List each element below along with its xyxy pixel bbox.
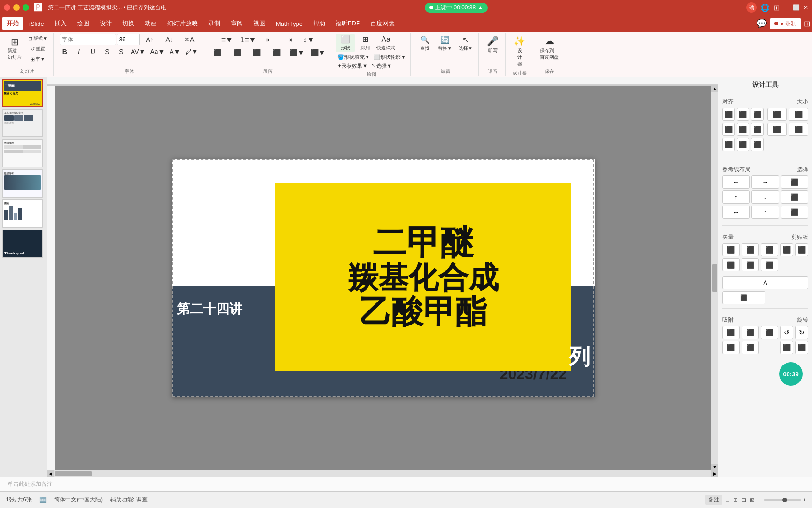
outline-view-icon[interactable]: ⊞ — [733, 497, 738, 503]
scrollbar-right[interactable]: ▲ ▼ — [711, 86, 718, 470]
menu-design[interactable]: 设计 — [95, 17, 117, 30]
timer-circle[interactable]: 00:39 — [779, 362, 803, 386]
maximize-button[interactable] — [23, 4, 29, 11]
slide[interactable]: 二甲醚 羰基化合成 乙酸甲酯 第二十四讲 列 2023/7/22 — [172, 159, 595, 397]
scroll-up-button[interactable]: ▲ — [711, 86, 718, 92]
align-right-button[interactable]: ⬛ — [247, 48, 266, 58]
rotate-btn2[interactable]: ↻ — [795, 326, 808, 339]
ref-expand-all[interactable]: ⬛ — [781, 206, 808, 219]
slide-thumb-1[interactable]: 二甲醚 羰基化合成 2023/7/22 — [2, 79, 43, 107]
menu-animation[interactable]: 动画 — [140, 17, 162, 30]
slide-panel[interactable]: 二甲醚 羰基化合成 2023/7/22 工艺流程模拟实例 流程示意图 详细流程 — [0, 77, 47, 477]
indent-inc-button[interactable]: ⇥ — [280, 34, 298, 46]
vector-btn6[interactable]: ⬛ — [761, 258, 778, 271]
align-tl[interactable]: ⬛ — [722, 108, 735, 121]
zoom-in-button[interactable]: + — [803, 497, 806, 503]
rotate-btn3[interactable]: ⬛ — [780, 341, 793, 354]
align-bc[interactable]: ⬛ — [737, 138, 750, 151]
menu-islide[interactable]: iSlide — [24, 18, 49, 29]
minimize-win-icon[interactable]: — — [783, 4, 789, 11]
menu-home[interactable]: 开始 — [2, 17, 23, 30]
indent-dec-button[interactable]: ⇤ — [260, 34, 279, 46]
zoom-out-button[interactable]: − — [758, 497, 762, 503]
shadow-button[interactable]: S — [115, 47, 128, 56]
maximize-win-icon[interactable]: ⬜ — [793, 4, 800, 11]
font-color-button[interactable]: A▼ — [167, 47, 182, 56]
find-button[interactable]: 🔍 查找 — [415, 34, 434, 53]
scroll-thumb-horizontal[interactable] — [55, 471, 92, 476]
align-center-button[interactable]: ⬛ — [227, 48, 246, 58]
new-slide-button[interactable]: ⊞ 新建幻灯片 — [5, 36, 24, 62]
list-bullet-button[interactable]: ≡▼ — [218, 34, 236, 46]
menu-view[interactable]: 视图 — [249, 17, 270, 30]
select-all-button[interactable]: ↖ 选择▼ — [456, 34, 476, 53]
effects-button[interactable]: ✦形状效果▼ — [336, 62, 369, 70]
menu-record[interactable]: 录制 — [203, 17, 225, 30]
font-size-input[interactable] — [117, 34, 140, 45]
dictate-button[interactable]: 🎤 听写 — [484, 34, 502, 56]
arrange-button[interactable]: ⊞ 排列 — [356, 34, 375, 52]
minimize-button[interactable] — [13, 4, 20, 11]
strikethrough-button[interactable]: S — [101, 47, 114, 56]
case-button[interactable]: Aa▼ — [148, 47, 166, 56]
ref-select1[interactable]: ⬛ — [781, 175, 808, 189]
clipboard-btn1[interactable]: ⬛ — [780, 243, 793, 256]
quick-style-button[interactable]: Aa 快速样式 — [375, 34, 396, 52]
shape-button[interactable]: ⬜ 形状 — [336, 34, 355, 52]
highlight-button[interactable]: 🖊▼ — [183, 47, 200, 56]
size-btn4[interactable]: ⬛ — [789, 123, 808, 136]
slide-yellow-box[interactable]: 二甲醚 羰基化合成 乙酸甲酯 — [275, 183, 571, 371]
recording-button[interactable]: ● 录制 — [770, 18, 801, 29]
align-tc[interactable]: ⬛ — [737, 108, 750, 121]
attach-btn1[interactable]: ⬛ — [722, 326, 740, 339]
spacing-button[interactable]: AV▼ — [129, 47, 148, 56]
section-button[interactable]: ⊞ 节▼ — [25, 55, 50, 64]
scroll-down-button[interactable]: ▼ — [711, 464, 718, 470]
ref-right[interactable]: → — [751, 175, 779, 189]
clear-format-button[interactable]: ✕A — [180, 35, 199, 44]
text-direction-button[interactable]: ⬛▼ — [287, 48, 307, 58]
ref-up[interactable]: ↑ — [722, 190, 750, 204]
menu-draw[interactable]: 绘图 — [72, 17, 94, 30]
rotate-btn1[interactable]: ↺ — [780, 326, 793, 339]
reset-button[interactable]: ↺ 重置 — [25, 44, 50, 54]
copy-button[interactable]: ⬛ — [722, 291, 765, 304]
slide-thumb-3[interactable]: 详细流程 — [2, 139, 43, 167]
vector-btn3[interactable]: ⬛ — [761, 243, 778, 256]
align-justify-button[interactable]: ⬛ — [267, 48, 286, 58]
slide-thumb-5[interactable]: 图表 — [2, 199, 43, 228]
font-grow-button[interactable]: A↑ — [141, 35, 159, 44]
fill-button[interactable]: 🪣形状填充▼ — [336, 53, 371, 61]
line-spacing-button[interactable]: ↕▼ — [299, 34, 318, 46]
slide-canvas[interactable]: 二甲醚 羰基化合成 乙酸甲酯 第二十四讲 列 2023/7/22 — [55, 86, 711, 470]
align-left-button[interactable]: ⬛ — [208, 48, 226, 58]
close-win-icon[interactable]: ✕ — [804, 4, 808, 11]
align-bl[interactable]: ⬛ — [722, 138, 735, 151]
menu-slideshow[interactable]: 幻灯片放映 — [163, 17, 203, 30]
slide-thumb-2[interactable]: 工艺流程模拟实例 流程示意图 — [2, 109, 43, 137]
menu-foxit[interactable]: 福昕PDF — [331, 17, 365, 30]
notes-toggle[interactable]: 备注 — [705, 495, 722, 505]
menu-mathtype[interactable]: MathType — [271, 18, 307, 29]
vector-btn1[interactable]: ⬛ — [722, 243, 740, 256]
designer-button[interactable]: ✨ 设计器 — [510, 34, 529, 69]
scroll-right-button[interactable]: ▶ — [711, 470, 718, 477]
outline-button[interactable]: ⬜形状轮廓▼ — [372, 53, 407, 61]
scrollbar-bottom[interactable]: ◀ ▶ — [47, 470, 718, 477]
world-icon[interactable]: 🌐 — [760, 3, 770, 12]
list-number-button[interactable]: 1≡▼ — [237, 34, 259, 46]
save-baidu-button[interactable]: ☁ 保存到百度网盘 — [537, 34, 562, 62]
vector-btn4[interactable]: ⬛ — [722, 258, 740, 271]
slide-view-icon[interactable]: □ — [726, 497, 729, 503]
ref-expand-v[interactable]: ↕ — [751, 206, 779, 219]
vector-btn5[interactable]: ⬛ — [742, 258, 759, 271]
ref-down[interactable]: ↓ — [751, 190, 779, 204]
select-button[interactable]: ↖选择▼ — [370, 62, 393, 70]
slide-thumb-4[interactable]: 数据分析 — [2, 169, 43, 198]
menu-review[interactable]: 审阅 — [226, 17, 248, 30]
align-ml[interactable]: ⬛ — [722, 123, 735, 136]
zoom-track[interactable] — [764, 499, 801, 501]
menu-insert[interactable]: 插入 — [50, 17, 71, 30]
font-shrink-button[interactable]: A↓ — [160, 35, 179, 44]
attach-btn4[interactable]: ⬛ — [722, 341, 740, 354]
